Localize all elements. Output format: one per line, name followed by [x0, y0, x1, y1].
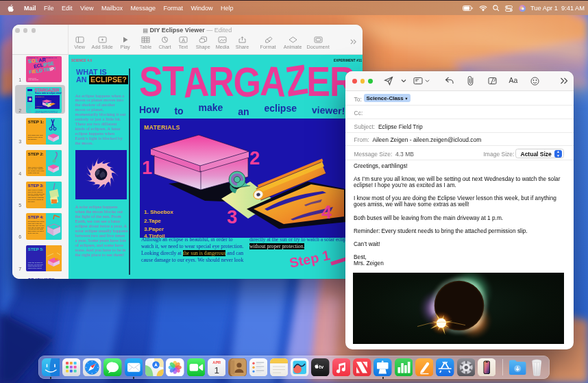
- svg-text:2.Tape: 2.Tape: [144, 218, 161, 224]
- svg-text:4: 4: [321, 202, 332, 223]
- svg-text:1: 1: [142, 158, 152, 178]
- svg-text:tv: tv: [319, 364, 324, 370]
- svg-text:MATERIALS: MATERIALS: [144, 124, 180, 131]
- svg-text:1: 1: [214, 365, 219, 375]
- svg-text:1. Shoebox: 1. Shoebox: [144, 209, 173, 215]
- svg-text:APR: APR: [212, 360, 221, 364]
- svg-text:3.Paper: 3.Paper: [144, 226, 164, 232]
- svg-text:2: 2: [249, 148, 260, 169]
- svg-text:3: 3: [227, 207, 237, 227]
